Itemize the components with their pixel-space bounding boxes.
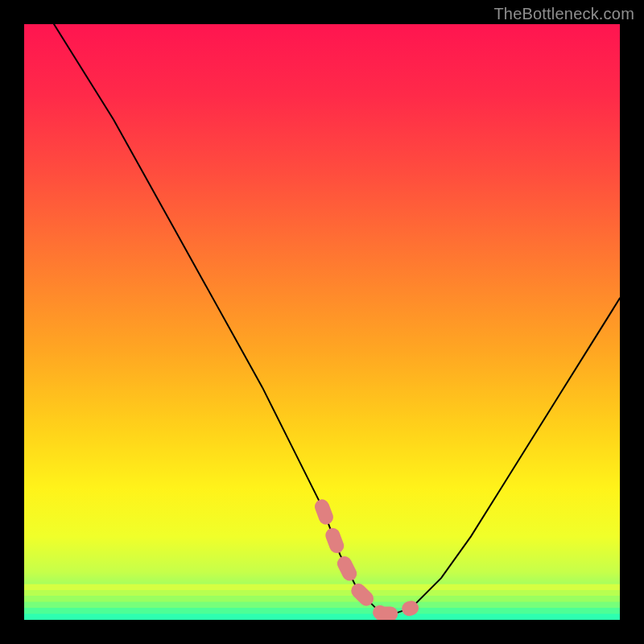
svg-rect-0 xyxy=(24,584,620,590)
svg-rect-3 xyxy=(24,602,620,608)
chart-svg xyxy=(24,24,620,620)
svg-rect-2 xyxy=(24,596,620,601)
watermark-text: TheBottleneck.com xyxy=(493,5,634,23)
gradient-bottom-bands xyxy=(24,584,620,620)
chart-background xyxy=(24,24,620,620)
svg-rect-5 xyxy=(24,614,620,620)
svg-rect-4 xyxy=(24,608,620,613)
svg-rect-1 xyxy=(24,590,620,596)
chart-plot-area xyxy=(24,24,620,620)
